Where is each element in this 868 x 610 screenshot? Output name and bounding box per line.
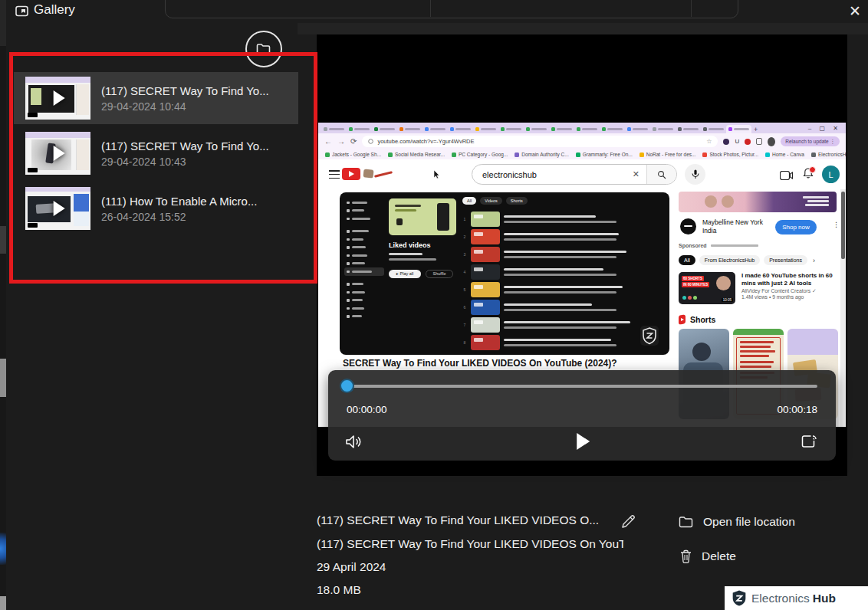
bookmark-item[interactable]: PC Category - Goog... <box>452 152 508 157</box>
browser-tab[interactable] <box>549 125 574 133</box>
browser-tab[interactable] <box>473 125 498 133</box>
extension-icon <box>745 139 751 145</box>
close-button[interactable]: ✕ <box>842 0 868 21</box>
playlist-video-row[interactable]: 6 <box>462 298 665 316</box>
kebab-menu-icon: ⋮ <box>833 221 840 228</box>
list-item[interactable]: (111) How To Enable A Micro... 26-04-202… <box>14 182 298 234</box>
delete-button[interactable]: Delete <box>680 549 736 563</box>
bookmark-label: ElectronicsHub - Tec... <box>818 152 846 157</box>
play-button[interactable] <box>577 433 590 450</box>
bookmark-item[interactable]: Home - Canva <box>765 152 804 157</box>
list-item[interactable]: (117) SECRET Way To Find Yo... 29-04-202… <box>14 127 298 179</box>
sidebar-row[interactable] <box>344 313 384 321</box>
sidebar-row-icon <box>347 209 350 212</box>
playlist-video-row[interactable]: 2 <box>462 228 665 245</box>
browser-tab[interactable] <box>347 125 372 133</box>
chevron-right-icon[interactable]: › <box>813 257 815 264</box>
sidebar-row[interactable] <box>344 280 384 289</box>
suggestion-filter-chip[interactable]: All <box>679 255 695 265</box>
browser-tab[interactable] <box>524 125 549 133</box>
play-icon <box>53 201 64 216</box>
suggestion-filter-chip[interactable]: From ElectronicsHub <box>699 255 760 265</box>
row-thumbnail <box>471 335 500 350</box>
sidebar-row[interactable] <box>344 207 384 215</box>
new-tab-icon[interactable]: + <box>754 126 758 133</box>
bookmark-label: Social Media Resear... <box>395 152 445 157</box>
sidebar-row-text <box>352 283 363 285</box>
bookmark-item[interactable]: Domain Authority C... <box>515 152 568 157</box>
tab-favicon <box>526 127 530 131</box>
recording-datetime: 29-04-2024 10:44 <box>101 100 269 113</box>
sidebar-row[interactable] <box>344 288 384 297</box>
sidebar-row[interactable] <box>344 198 384 207</box>
browser-tab[interactable] <box>676 125 701 133</box>
bookmark-item[interactable]: Stock Photos, Pictur... <box>702 152 758 157</box>
sidebar-row[interactable] <box>344 228 384 236</box>
browser-tab[interactable] <box>397 125 422 133</box>
sidebar-row[interactable] <box>344 215 384 223</box>
playlist-hero: Liked videos ▸ Play all Shuffle <box>389 198 456 278</box>
list-item[interactable]: (117) SECRET Way To Find Yo... 29-04-202… <box>14 72 298 124</box>
sidebar-row[interactable] <box>344 297 384 305</box>
bookmark-item[interactable]: Grammarly: Free On... <box>576 152 633 157</box>
playlist-video-row[interactable]: 3 <box>462 245 665 263</box>
open-file-location-button[interactable]: Open file location <box>679 515 795 529</box>
youtube-header: electronicshub ✕ L <box>318 159 846 189</box>
browser-tab[interactable] <box>372 125 397 133</box>
playlist-video-row[interactable]: 8 <box>462 333 665 351</box>
playlist-video-row[interactable]: 1 <box>462 210 665 228</box>
sidebar-row[interactable] <box>344 304 384 313</box>
playlist-video-row[interactable]: 4 <box>462 263 665 280</box>
browser-tab[interactable] <box>448 125 473 133</box>
playlist-filter-chip[interactable]: Videos <box>480 197 502 205</box>
row-title-bar <box>504 286 623 289</box>
row-thumbnail <box>471 264 500 280</box>
advertiser-name: Maybelline New York India <box>702 218 770 234</box>
volume-icon[interactable] <box>345 435 363 452</box>
seek-bar[interactable] <box>347 385 817 388</box>
bookmarks-bar: Jackets - Google Sh...Social Media Resea… <box>318 149 846 159</box>
bookmark-item[interactable]: NoRat - Free for des... <box>639 152 696 157</box>
extension-icon: U <box>735 138 739 145</box>
sidebar-row[interactable] <box>344 251 384 260</box>
sidebar-row[interactable] <box>344 260 384 268</box>
browser-tab[interactable] <box>701 125 726 133</box>
playlist-filter-chip[interactable]: All <box>462 197 476 205</box>
sliver-segment <box>0 359 6 397</box>
sidebar-row[interactable] <box>344 235 384 244</box>
browser-tab[interactable] <box>650 125 676 133</box>
playlist-video-row[interactable]: 7 <box>462 316 665 333</box>
playlist-video-row[interactable]: 5 <box>462 280 665 298</box>
browser-tab[interactable] <box>726 125 751 133</box>
thumb-glare <box>474 303 483 307</box>
bookmark-item[interactable]: ElectronicsHub - Tec... <box>811 152 846 157</box>
suggestion-filter-chip[interactable]: Presentations <box>764 255 807 265</box>
window-controls[interactable]: – ▢ ✕ <box>808 125 841 132</box>
shield-icon <box>732 589 747 607</box>
browser-tab[interactable] <box>574 125 600 133</box>
tab-title-bar <box>633 128 648 130</box>
bookmark-item[interactable]: Social Media Resear... <box>388 152 445 157</box>
video-preview[interactable]: +– ▢ ✕ ← → ⟳ youtube.com/watch?v=-Ygur4W… <box>317 34 847 476</box>
ad-banner <box>679 192 837 212</box>
bookmark-item[interactable]: Jackets - Google Sh... <box>325 152 381 157</box>
browser-tab[interactable] <box>321 125 347 133</box>
tab-favicon <box>450 127 454 131</box>
tab-title-bar <box>607 128 623 130</box>
tab-favicon <box>728 127 732 131</box>
sidebar-row-icon <box>347 230 350 233</box>
playlist-video-list: AllVideosShorts 12345678 <box>462 197 665 351</box>
open-gallery-folder-button[interactable] <box>245 31 282 67</box>
pop-out-icon[interactable] <box>801 435 817 451</box>
seek-thumb[interactable] <box>340 379 354 393</box>
sidebar-row-text <box>352 246 366 248</box>
playlist-filter-chip[interactable]: Shorts <box>506 197 528 205</box>
browser-tab[interactable] <box>498 125 524 133</box>
browser-tab[interactable] <box>600 125 625 133</box>
rename-icon[interactable] <box>621 514 636 532</box>
browser-tab[interactable] <box>625 125 650 133</box>
browser-tab[interactable] <box>422 125 448 133</box>
relaunch-to-update-pill: Relaunch to update ⋮ <box>781 136 840 146</box>
sidebar-row[interactable] <box>344 267 384 276</box>
sidebar-row[interactable] <box>344 244 384 252</box>
